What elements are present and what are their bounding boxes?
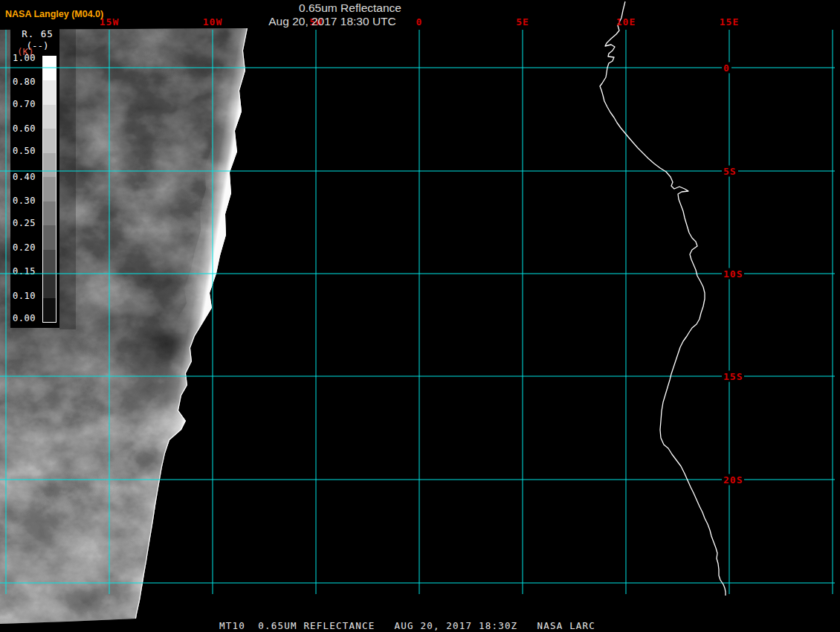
- lat-label: 15S: [722, 371, 744, 382]
- graticule-labels: 15W10W5W05E10E15E05S10S15S20S: [0, 0, 840, 632]
- lat-label: 10S: [722, 268, 744, 280]
- lon-label: 5W: [309, 16, 323, 28]
- lat-label: 5S: [722, 166, 738, 177]
- lon-label: 10W: [203, 16, 222, 28]
- lon-label: 10E: [616, 16, 636, 28]
- lat-label: 20S: [722, 474, 744, 486]
- lon-label: 0: [416, 16, 423, 28]
- lon-label: 5E: [516, 16, 529, 28]
- lat-label: 0: [722, 62, 731, 74]
- lon-label: 15W: [100, 16, 119, 28]
- lon-label: 15E: [720, 16, 739, 28]
- satellite-viewer: R. 65 (--) (K) 1.000.800.700.600.500.400…: [0, 0, 840, 632]
